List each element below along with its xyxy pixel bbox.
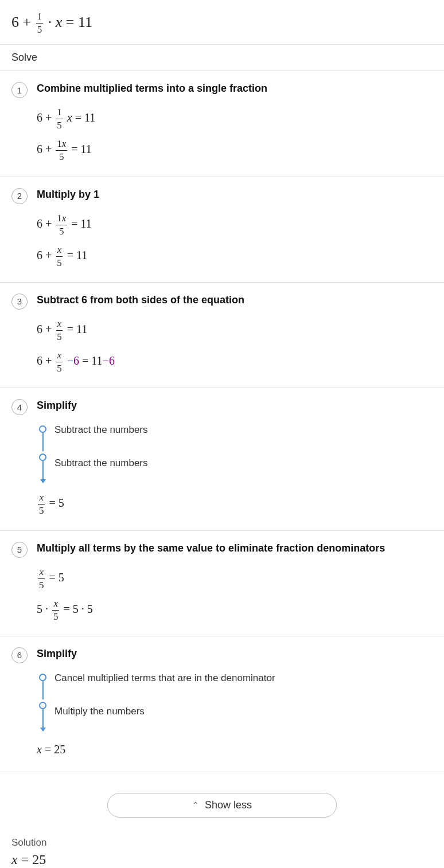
step-2: 2 Multiply by 1 6 + 1x 5 = 11 6 + x 5 = … [0, 177, 444, 283]
step-6-connector-line-1 [42, 681, 44, 699]
step-2-line-1: 6 + 1x 5 = 11 [37, 212, 433, 238]
step-6-result: x = 25 [37, 740, 433, 759]
step-6-substep-dot-2 [39, 702, 46, 709]
step-6-header: 6 Simplify [11, 647, 433, 663]
step-3-line-2: 6 + x 5 −6 = 11−6 [37, 349, 433, 375]
step-1-content: 6 + 1 5 x = 11 6 + 1x 5 = 11 [37, 106, 433, 163]
step-4-content: Subtract the numbers Subtract the number… [37, 423, 433, 517]
step-1-line-2: 6 + 1x 5 = 11 [37, 138, 433, 163]
step-3-line-1: 6 + x 5 = 11 [37, 318, 433, 343]
step-4-substep-1-text: Subtract the numbers [54, 424, 148, 436]
step-4-connector [39, 423, 46, 483]
step-2-line-2: 6 + x 5 = 11 [37, 244, 433, 269]
step-6-number: 6 [11, 647, 28, 663]
step-5-header: 5 Multiply all terms by the same value t… [11, 541, 433, 558]
step-4-substep-2: Subtract the numbers [54, 456, 148, 469]
step-6-substep-1-text: Cancel multiplied terms that are in the … [54, 672, 275, 684]
solution-label: Solution [11, 837, 433, 849]
step-6-connector-line-2 [42, 709, 44, 728]
step-5-content: x 5 = 5 5 · x 5 = 5 · 5 [37, 566, 433, 623]
connector-arrow [40, 479, 46, 483]
step-6: 6 Simplify Cancel multiplied terms that … [0, 636, 444, 772]
connector-line-2 [42, 461, 44, 479]
step-4-title: Simplify [37, 398, 77, 413]
equation-header: 6 + 1 5 · x = 11 [0, 0, 444, 45]
step-6-connector-arrow [40, 728, 46, 732]
show-less-container: ⌃ Show less [0, 772, 444, 829]
step-6-substep-dot-1 [39, 674, 46, 681]
show-less-label: Show less [205, 799, 252, 811]
show-less-button[interactable]: ⌃ Show less [107, 793, 337, 818]
step-2-number: 2 [11, 188, 28, 204]
solution-value: x = 25 [11, 852, 433, 867]
step-5-line-2: 5 · x 5 = 5 · 5 [37, 597, 433, 623]
step-1-title: Combine multiplied terms into a single f… [37, 81, 267, 96]
step-1-number: 1 [11, 82, 28, 98]
step-1-line-1: 6 + 1 5 x = 11 [37, 106, 433, 132]
step-2-header: 2 Multiply by 1 [11, 187, 433, 204]
step-4-result: x 5 = 5 [37, 491, 433, 517]
solve-label: Solve [0, 45, 444, 71]
substep-dot-2 [39, 453, 46, 461]
step-6-substep-1: Cancel multiplied terms that are in the … [54, 671, 275, 684]
step-6-substep-2-text: Multiply the numbers [54, 706, 145, 717]
header-fraction: 1 5 [36, 10, 44, 36]
step-1: 1 Combine multiplied terms into a single… [0, 71, 444, 177]
step-2-title: Multiply by 1 [37, 187, 99, 202]
connector-line-1 [42, 433, 44, 451]
step-3-title: Subtract 6 from both sides of the equati… [37, 293, 244, 307]
step-4-substep-1: Subtract the numbers [54, 423, 148, 436]
step-5-number: 5 [11, 542, 28, 558]
substep-dot-1 [39, 425, 46, 433]
step-3-content: 6 + x 5 = 11 6 + x 5 −6 = 11−6 [37, 318, 433, 375]
solution-section: Solution x = 25 [0, 829, 444, 868]
step-1-header: 1 Combine multiplied terms into a single… [11, 81, 433, 98]
step-6-connector [39, 671, 46, 732]
step-4-number: 4 [11, 399, 28, 415]
chevron-up-icon: ⌃ [192, 800, 199, 810]
step-5-title: Multiply all terms by the same value to … [37, 541, 385, 556]
step-5: 5 Multiply all terms by the same value t… [0, 531, 444, 636]
step-4-substep-2-text: Subtract the numbers [54, 458, 148, 469]
step-6-content: Cancel multiplied terms that are in the … [37, 671, 433, 759]
step-6-title: Simplify [37, 647, 77, 661]
step-6-substep-2: Multiply the numbers [54, 705, 275, 717]
step-4-header: 4 Simplify [11, 398, 433, 415]
step-5-line-1: x 5 = 5 [37, 566, 433, 592]
step-3: 3 Subtract 6 from both sides of the equa… [0, 283, 444, 388]
step-2-content: 6 + 1x 5 = 11 6 + x 5 = 11 [37, 212, 433, 269]
step-3-number: 3 [11, 294, 28, 310]
step-3-header: 3 Subtract 6 from both sides of the equa… [11, 293, 433, 310]
step-4: 4 Simplify Subtract the numbers Subtract… [0, 388, 444, 530]
